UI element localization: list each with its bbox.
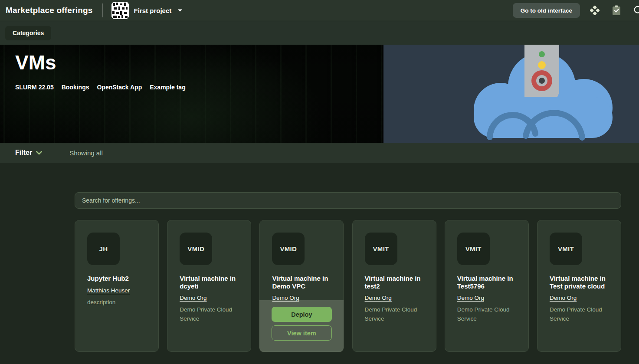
marketplace-page: Marketplace offerings (0, 0, 639, 364)
project-name: First project (134, 7, 172, 14)
search-icon[interactable] (633, 5, 639, 16)
offering-title: Virtual machine in dcyeti (180, 275, 239, 290)
offering-initials: JH (99, 245, 108, 253)
top-header: Marketplace offerings (0, 0, 639, 21)
view-item-button[interactable]: View item (272, 325, 332, 341)
category-hero: VMs SLURM 22.05 Bookings OpenStack App E… (0, 45, 639, 143)
category-title: VMs (15, 51, 56, 74)
project-switcher[interactable]: First project (111, 2, 183, 19)
hero-server-room-image: VMs SLURM 22.05 Bookings OpenStack App E… (0, 45, 383, 143)
offerings-grid: JH Jupyter Hub2 Matthias Heuser descript… (75, 220, 621, 352)
offering-initials: VMIT (373, 245, 389, 253)
offering-org-link[interactable]: Demo Org (180, 295, 206, 301)
offering-initials: VMIT (465, 245, 482, 253)
deploy-button[interactable]: Deploy (272, 307, 332, 322)
search-offerings-input[interactable] (75, 192, 621, 209)
offering-subtitle: Demo Private Cloud Service (550, 305, 609, 324)
tag-example[interactable]: Example tag (150, 84, 185, 91)
offering-card-vm-dcyeti[interactable]: VMID Virtual machine in dcyeti Demo Org … (167, 220, 251, 352)
offering-subtitle: description (87, 298, 146, 307)
offering-avatar: VMID (272, 233, 305, 265)
offering-avatar: JH (87, 233, 120, 265)
offering-avatar: VMIT (550, 233, 582, 265)
showing-all-status: Showing all (69, 149, 103, 157)
offering-avatar: VMIT (365, 233, 397, 265)
go-to-old-interface-button[interactable]: Go to old interface (513, 3, 580, 18)
offering-subtitle: Demo Private Cloud Service (457, 305, 516, 324)
categories-button[interactable]: Categories (5, 26, 51, 40)
page-title: Marketplace offerings (6, 6, 93, 15)
filter-toggle[interactable]: Filter (15, 149, 42, 157)
project-logo (111, 2, 129, 19)
tag-slurm[interactable]: SLURM 22.05 (15, 84, 54, 91)
offering-card-vm-test5796[interactable]: VMIT Virtual machine in Test5796 Demo Or… (445, 220, 529, 352)
offering-initials: VMIT (558, 245, 574, 253)
offering-card-vm-demo-vpc[interactable]: VMID Virtual machine in Demo VPC Demo Or… (259, 220, 344, 352)
secondary-nav: Categories (0, 21, 639, 45)
hero-tag-list: SLURM 22.05 Bookings OpenStack App Examp… (15, 84, 186, 91)
chevron-down-icon (36, 151, 42, 155)
header-divider (102, 3, 103, 17)
tag-bookings[interactable]: Bookings (62, 84, 89, 91)
chevron-down-icon (177, 9, 183, 12)
filter-bar: Filter Showing all (0, 143, 639, 163)
offering-card-jupyter-hub2[interactable]: JH Jupyter Hub2 Matthias Heuser descript… (75, 220, 159, 352)
offering-card-vm-test2[interactable]: VMIT Virtual machine in test2 Demo Org D… (352, 220, 436, 352)
offering-org-link[interactable]: Matthias Heuser (87, 287, 130, 294)
cloud-server-icon (383, 45, 639, 143)
clipboard-check-icon[interactable] (611, 5, 622, 16)
offering-title: Virtual machine in Test private cloud (550, 275, 609, 290)
header-actions: Go to old interface (513, 3, 639, 18)
offering-title: Jupyter Hub2 (87, 275, 146, 282)
offering-card-vm-test-private-cloud[interactable]: VMIT Virtual machine in Test private clo… (537, 220, 621, 352)
offerings-content: JH Jupyter Hub2 Matthias Heuser descript… (0, 163, 639, 364)
offering-org-link[interactable]: Demo Org (365, 295, 392, 301)
offering-avatar: VMID (180, 233, 212, 265)
filter-label: Filter (15, 149, 32, 157)
offering-title: Virtual machine in Test5796 (457, 275, 516, 290)
offering-subtitle: Demo Private Cloud Service (365, 305, 424, 324)
apps-grid-icon[interactable] (590, 5, 600, 16)
offering-org-link[interactable]: Demo Org (550, 295, 577, 301)
offering-subtitle: Demo Private Cloud Service (180, 305, 239, 324)
offering-initials: VMID (280, 245, 297, 253)
offering-title: Virtual machine in test2 (365, 275, 424, 290)
offering-title: Virtual machine in Demo VPC (272, 275, 331, 290)
card-hover-actions: Deploy View item (259, 300, 344, 352)
tag-openstack-app[interactable]: OpenStack App (97, 84, 142, 91)
hero-cloud-illustration (383, 45, 639, 143)
offering-avatar: VMIT (457, 233, 490, 265)
offering-initials: VMID (187, 245, 204, 253)
offering-org-link[interactable]: Demo Org (457, 295, 484, 301)
